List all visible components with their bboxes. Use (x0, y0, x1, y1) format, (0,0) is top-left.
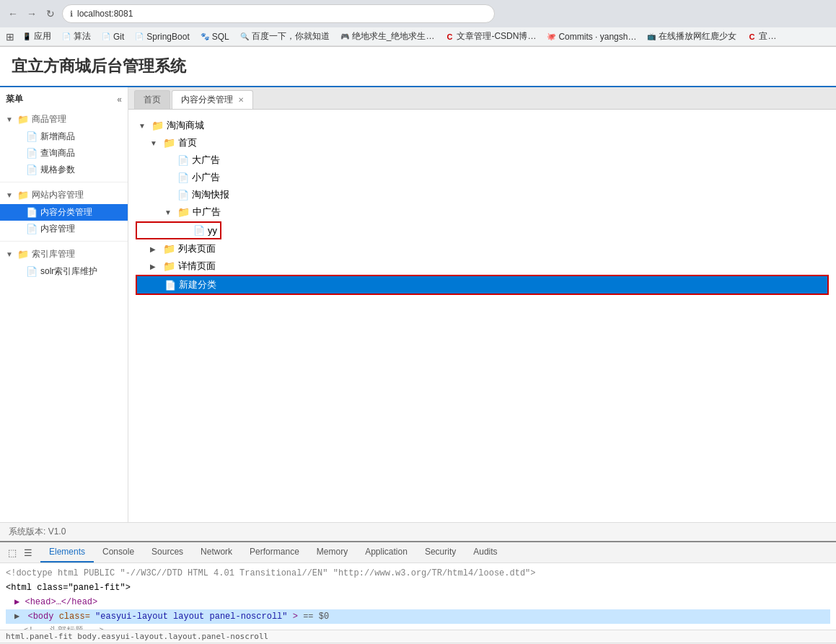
divider-2 (0, 241, 128, 242)
devtools-tab-application[interactable]: Application (356, 542, 416, 563)
back-button[interactable]: ← (6, 6, 20, 21)
code-line-3[interactable]: ▶ <body class= "easyui-layout layout pan… (6, 609, 830, 624)
label-content-mgmt: 内容管理 (40, 223, 75, 235)
bookmark-commits[interactable]: 🐙 Commits · yangsh… (542, 30, 641, 43)
body-arrow[interactable]: ▶ (14, 612, 19, 622)
body-tag-text: <body (27, 612, 53, 622)
group-index-arrow: ▼ (6, 250, 14, 258)
sidebar-item-solr[interactable]: 📄 solr索引库维护 (0, 263, 128, 280)
bookmark-springboot[interactable]: 📄 SpringBoot (130, 30, 193, 43)
group-content-title[interactable]: ▼ 📁 网站内容管理 (0, 186, 128, 204)
app-title: 宜立方商城后台管理系统 (12, 56, 824, 77)
devtools-tab-memory[interactable]: Memory (308, 542, 356, 563)
bookmark-apps[interactable]: 📱 应用 (17, 29, 56, 44)
group-products-title[interactable]: ▼ 📁 商品管理 (0, 110, 128, 128)
sidebar-item-new-product[interactable]: 📄 新增商品 (0, 128, 128, 145)
group-content: ▼ 📁 网站内容管理 📄 内容分类管理 📄 内容管理 (0, 184, 128, 239)
ct-list-page[interactable]: ▶ 📁 列表页面 (136, 240, 829, 257)
ct-new-category[interactable]: 📄 新建分类 (136, 275, 829, 295)
algo-favicon: 📄 (61, 32, 71, 42)
sidebar-item-content-mgmt[interactable]: 📄 内容管理 (0, 221, 128, 237)
breadcrumb-text: html.panel-fit body.easyui-layout.layout… (6, 632, 268, 641)
content-area: ▼ 📁 淘淘商城 ▼ 📁 首页 📄 大广告 📄 小广告 (128, 110, 836, 522)
code-line-4: <!-- 头部标题 --> (6, 624, 830, 630)
bookmark-yi[interactable]: C 宜… (742, 29, 780, 44)
address-bar[interactable]: ℹ localhost:8081 (62, 4, 495, 23)
ct-detail-page-label: 详情页面 (178, 260, 216, 273)
label-solr: solr索引库维护 (40, 265, 97, 278)
tab-close-icon[interactable]: ✕ (238, 96, 244, 104)
ct-detail-page-folder-icon: 📁 (163, 260, 175, 272)
devtools-tab-bar: ⬚ ☰ Elements Console Sources Network Per… (0, 542, 836, 563)
tab-home-label: 首页 (144, 94, 161, 105)
yi-favicon: C (747, 32, 757, 42)
devtools-tab-security[interactable]: Security (416, 542, 465, 563)
ct-detail-page[interactable]: ▶ 📁 详情页面 (136, 257, 829, 275)
bookmark-jdjq[interactable]: 🎮 绝地求生_绝地求生… (335, 29, 439, 44)
apps-icon[interactable]: ⊞ (6, 31, 14, 43)
menu-label: 菜单 (6, 93, 23, 105)
bookmark-apps-label: 应用 (34, 30, 51, 43)
group-index: ▼ 📁 索引库管理 📄 solr索引库维护 (0, 243, 128, 282)
url-text: localhost:8081 (77, 9, 133, 19)
devtools-tab-performance[interactable]: Performance (241, 542, 308, 563)
bookmark-algo[interactable]: 📄 算法 (57, 29, 95, 44)
ct-big-ad-label: 大广告 (192, 154, 220, 167)
sidebar-item-query-product[interactable]: 📄 查询商品 (0, 145, 128, 162)
ct-home-arrow: ▼ (150, 139, 160, 147)
ct-root[interactable]: ▼ 📁 淘淘商城 (136, 117, 829, 134)
bookmark-jdjq-label: 绝地求生_绝地求生… (352, 30, 435, 43)
ct-mid-ad-folder-icon: 📁 (177, 206, 190, 218)
divider-1 (0, 182, 128, 182)
ct-mid-ad[interactable]: ▼ 📁 中广告 (136, 203, 829, 221)
collapse-button[interactable]: « (117, 94, 122, 105)
baidu-favicon: 🔍 (239, 32, 250, 42)
group-products-arrow: ▼ (6, 115, 14, 123)
ct-list-page-folder-icon: 📁 (163, 243, 175, 255)
devtools-tab-elements[interactable]: Elements (40, 542, 94, 563)
devtools-tab-sources[interactable]: Sources (143, 542, 192, 563)
bookmarks-bar: ⊞ 📱 应用 📄 算法 📄 Git 📄 SpringBoot 🐾 SQL 🔍 百… (0, 27, 836, 46)
label-spec-params: 规格参数 (40, 164, 75, 176)
tab-home[interactable]: 首页 (134, 90, 170, 109)
ct-new-category-label: 新建分类 (179, 278, 216, 291)
bookmark-sql[interactable]: 🐾 SQL (195, 30, 234, 43)
code-line-1: <html class="panel-fit"> (6, 581, 830, 595)
group-index-title[interactable]: ▼ 📁 索引库管理 (0, 245, 128, 263)
devtools-breadcrumb: html.panel-fit body.easyui-layout.layout… (0, 630, 836, 643)
devtools-tab-console[interactable]: Console (94, 542, 143, 563)
bookmark-algo-label: 算法 (74, 30, 91, 43)
bookmark-git[interactable]: 📄 Git (97, 30, 128, 43)
ct-news[interactable]: 📄 淘淘快报 (136, 186, 829, 203)
ct-mid-ad-label: 中广告 (193, 206, 221, 219)
sidebar-item-spec-params[interactable]: 📄 规格参数 (0, 162, 128, 178)
doc-icon-spec-params: 📄 (26, 164, 38, 175)
bookmark-video[interactable]: 📺 在线播放网红鹿少女 (642, 29, 741, 44)
ct-big-ad[interactable]: 📄 大广告 (136, 151, 829, 169)
forward-button[interactable]: → (25, 6, 39, 21)
refresh-button[interactable]: ↻ (43, 6, 58, 21)
ct-yy-label: yy (208, 225, 217, 236)
springboot-favicon: 📄 (134, 32, 144, 42)
ct-home[interactable]: ▼ 📁 首页 (136, 134, 829, 151)
devtools-device-button[interactable]: ☰ (22, 546, 35, 559)
content-tab-bar: 首页 内容分类管理 ✕ (128, 87, 836, 110)
body-tag: ▶ <body class= "easyui-layout layout pan… (14, 612, 329, 622)
doc-icon-new-product: 📄 (26, 131, 38, 142)
info-icon: ℹ (70, 9, 73, 19)
group-content-arrow: ▼ (6, 191, 14, 199)
group-products-label: 商品管理 (32, 113, 66, 125)
bookmark-springboot-label: SpringBoot (146, 32, 189, 42)
ct-yy[interactable]: 📄 yy (136, 221, 221, 239)
devtools-tab-audits[interactable]: Audits (465, 542, 506, 563)
bookmark-baidu[interactable]: 🔍 百度一下，你就知道 (235, 29, 334, 44)
devtools-inspect-button[interactable]: ⬚ (6, 546, 19, 559)
sidebar-item-category-mgmt[interactable]: 📄 内容分类管理 (0, 204, 128, 221)
devtools-tab-network[interactable]: Network (192, 542, 241, 563)
ct-small-ad[interactable]: 📄 小广告 (136, 169, 829, 186)
tab-category-mgmt[interactable]: 内容分类管理 ✕ (172, 90, 253, 109)
bookmark-csdn[interactable]: C 文章管理-CSDN博… (440, 29, 540, 44)
version-label: 系统版本: V1.0 (9, 526, 66, 537)
bookmark-git-label: Git (113, 32, 124, 42)
browser-nav-bar: ← → ↻ ℹ localhost:8081 (0, 0, 836, 27)
